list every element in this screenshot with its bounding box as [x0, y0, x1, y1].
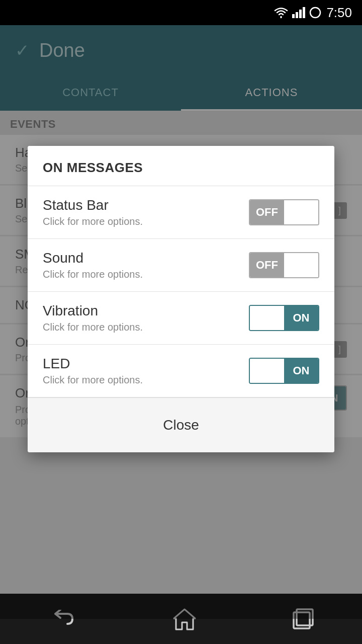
modal-row-status-bar[interactable]: Status Bar Click for more options. OFF: [28, 186, 334, 239]
vibration-toggle-on: ON: [284, 306, 318, 330]
status-icons: [274, 7, 321, 19]
sound-toggle-off: OFF: [250, 253, 284, 277]
status-bar-label: Status Bar: [43, 197, 143, 213]
led-sub: Click for more options.: [43, 374, 143, 386]
svg-rect-2: [299, 10, 302, 18]
modal-title: ON MESSAGES: [28, 146, 334, 186]
status-bar-toggle[interactable]: OFF: [249, 199, 319, 225]
vibration-toggle[interactable]: ON: [249, 305, 319, 331]
led-toggle[interactable]: ON: [249, 358, 319, 384]
svg-point-4: [310, 8, 320, 18]
close-button[interactable]: Close: [143, 412, 219, 438]
sync-icon: [309, 7, 321, 19]
status-time: 7:50: [326, 5, 352, 21]
status-bar: 7:50: [0, 0, 362, 25]
svg-rect-3: [303, 7, 305, 18]
led-toggle-on: ON: [284, 359, 318, 383]
svg-rect-0: [292, 14, 295, 18]
vibration-label: Vibration: [43, 303, 143, 319]
modal-row-led[interactable]: LED Click for more options. ON: [28, 345, 334, 397]
toggle-off-label: OFF: [250, 200, 284, 224]
sound-toggle[interactable]: OFF: [249, 252, 319, 278]
modal-row-sound[interactable]: Sound Click for more options. OFF: [28, 239, 334, 292]
app-background: ✓ Done CONTACT ACTIONS EVENTS Ha... Se..…: [0, 25, 362, 644]
vibration-sub: Click for more options.: [43, 321, 143, 333]
svg-rect-1: [296, 12, 298, 18]
modal-on-messages: ON MESSAGES Status Bar Click for more op…: [28, 146, 334, 452]
sound-sub: Click for more options.: [43, 269, 143, 280]
wifi-icon: [274, 7, 288, 18]
modal-close-area: Close: [28, 397, 334, 452]
modal-row-vibration[interactable]: Vibration Click for more options. ON: [28, 292, 334, 345]
led-label: LED: [43, 356, 143, 372]
signal-icon: [292, 7, 305, 18]
status-bar-sub: Click for more options.: [43, 216, 143, 227]
sound-label: Sound: [43, 250, 143, 266]
